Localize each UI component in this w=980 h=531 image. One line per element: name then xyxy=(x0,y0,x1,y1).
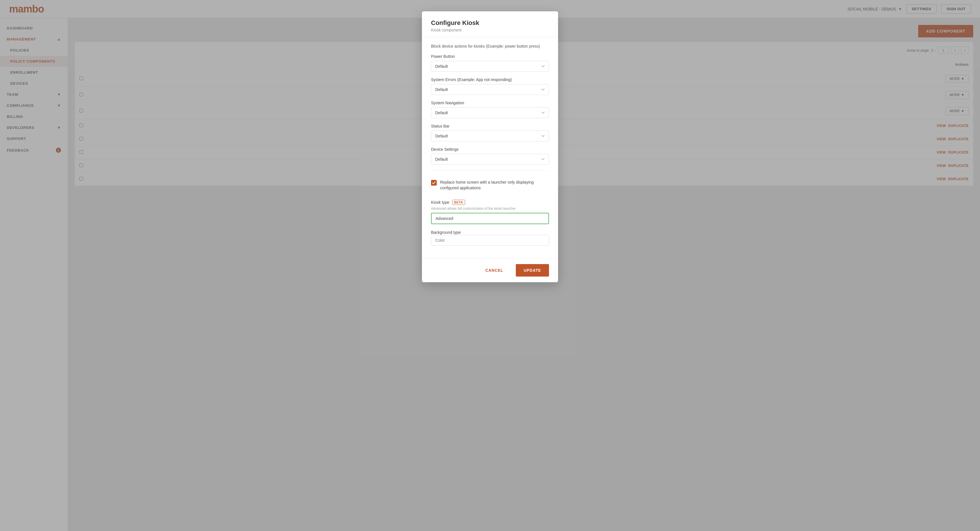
modal-header: Configure Kiosk Kiosk component xyxy=(422,11,558,37)
system-errors-label: System Errors (Example: App not respondi… xyxy=(431,78,549,82)
system-errors-select[interactable]: Default Block Allow xyxy=(431,84,549,95)
kiosk-type-label: Kiosk type xyxy=(431,200,449,204)
block-device-desc: Block device actions for kiosks (Example… xyxy=(431,44,549,48)
power-button-select[interactable]: Default Block Allow xyxy=(431,61,549,72)
bg-type-input[interactable] xyxy=(431,235,549,246)
bg-type-label: Background type xyxy=(431,230,461,235)
modal-overlay: Configure Kiosk Kiosk component Block de… xyxy=(0,0,980,531)
status-bar-label: Status Bar xyxy=(431,124,549,128)
system-errors-group: System Errors (Example: App not respondi… xyxy=(431,78,549,95)
kiosk-type-desc: Advanced allows full customization of th… xyxy=(431,206,549,211)
checkbox-checked-icon[interactable] xyxy=(431,180,437,185)
modal-footer: CANCEL UPDATE xyxy=(422,258,558,282)
status-bar-group: Status Bar Default Block Allow xyxy=(431,124,549,141)
device-settings-label: Device Settings xyxy=(431,147,549,152)
device-settings-group: Device Settings Default Block Allow xyxy=(431,147,549,165)
modal-subtitle: Kiosk component xyxy=(431,28,549,32)
power-button-group: Power Button Default Block Allow xyxy=(431,54,549,72)
system-nav-group: System Navigation Default Block Allow xyxy=(431,101,549,118)
modal-title: Configure Kiosk xyxy=(431,19,549,27)
beta-badge: BETA xyxy=(452,200,465,205)
modal-body: Block device actions for kiosks (Example… xyxy=(422,37,558,258)
kiosk-type-input[interactable] xyxy=(431,213,549,224)
power-button-label: Power Button xyxy=(431,54,549,59)
bg-type-group: Background type xyxy=(431,230,549,246)
replace-home-checkbox-row: Replace home screen with a launcher only… xyxy=(431,176,549,194)
status-bar-select[interactable]: Default Block Allow xyxy=(431,131,549,141)
divider xyxy=(431,170,549,171)
system-nav-select[interactable]: Default Block Allow xyxy=(431,108,549,118)
checkmark-icon xyxy=(432,181,436,184)
replace-home-label: Replace home screen with a launcher only… xyxy=(440,180,549,191)
configure-kiosk-modal: Configure Kiosk Kiosk component Block de… xyxy=(422,11,558,282)
update-button[interactable]: UPDATE xyxy=(516,264,549,277)
cancel-button[interactable]: CANCEL xyxy=(477,264,511,277)
device-settings-select[interactable]: Default Block Allow xyxy=(431,154,549,165)
kiosk-type-row: Kiosk type BETA xyxy=(431,200,549,205)
kiosk-type-group: Kiosk type BETA Advanced allows full cus… xyxy=(431,200,549,224)
system-nav-label: System Navigation xyxy=(431,101,549,105)
